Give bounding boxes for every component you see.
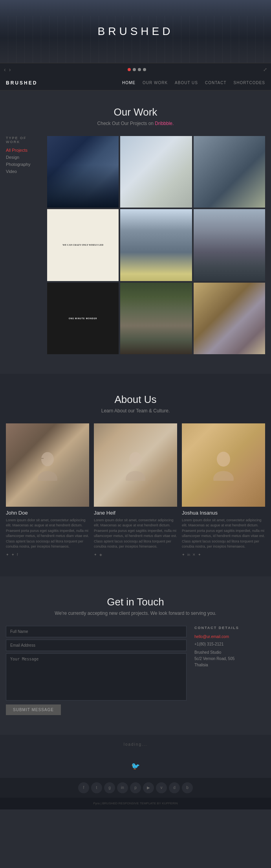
- work-content: TYPE OF WORK All Projects Design Photogr…: [0, 136, 271, 354]
- work-item-5[interactable]: [120, 209, 192, 281]
- about-subtitle: Learn About our Team & Culture.: [0, 408, 271, 414]
- joshua-name: Joshua Insanus: [182, 510, 265, 516]
- john-facebook-icon[interactable]: f: [17, 553, 18, 557]
- jane-bio: Lorem ipsum dolor sit amet, consectetur …: [94, 518, 177, 550]
- nav-about-us[interactable]: ABOUT US: [175, 81, 198, 85]
- john-social: ✦ ✦ f: [6, 553, 89, 557]
- jane-photo: [94, 423, 177, 507]
- team-grid: John Doe Lorem ipsum dolor sit amet, con…: [6, 423, 265, 557]
- contact-email[interactable]: hello@ur.email.com: [194, 634, 265, 639]
- john-pinterest-icon[interactable]: ✦: [11, 553, 15, 557]
- team-member-jane: Jane Heif Lorem ipsum dolor sit amet, co…: [94, 423, 177, 557]
- joshua-pinterest-icon[interactable]: ✦: [198, 553, 201, 557]
- message-input[interactable]: [6, 653, 187, 701]
- nav-home[interactable]: HOME: [122, 81, 136, 85]
- slider-arrows: ‹ ›: [4, 66, 11, 73]
- slider-dot-4[interactable]: [143, 68, 146, 71]
- footer-icon-gplus[interactable]: g: [104, 782, 115, 793]
- filter-design[interactable]: Design: [6, 155, 41, 160]
- svg-rect-2: [41, 458, 44, 459]
- jane-name: Jane Heif: [94, 510, 177, 516]
- contact-form: SUBMIT MESSAGE: [6, 626, 187, 715]
- slider-dot-1[interactable]: [128, 68, 131, 71]
- svg-point-5: [217, 452, 230, 467]
- slider-next[interactable]: ›: [9, 66, 11, 73]
- footer-icon-twitter[interactable]: t: [91, 782, 102, 793]
- contact-content: SUBMIT MESSAGE CONTACT DETAILS hello@ur.…: [0, 626, 271, 715]
- work-item-6[interactable]: [194, 209, 265, 281]
- footer-icon-pinterest[interactable]: p: [130, 782, 141, 793]
- joshua-social: ✦ in ✕ ✦: [182, 553, 265, 557]
- loading-bar: loading...: [0, 735, 271, 754]
- work-item-7[interactable]: [47, 283, 119, 354]
- team-member-john: John Doe Lorem ipsum dolor sit amet, con…: [6, 423, 89, 557]
- work-item-9[interactable]: [194, 283, 265, 354]
- submit-button[interactable]: SUBMIT MESSAGE: [6, 704, 61, 715]
- filter-photography[interactable]: Photography: [6, 162, 41, 167]
- work-section-header: Our Work Check Out Our Projects on Dribb…: [0, 106, 271, 126]
- work-grid: [47, 136, 265, 354]
- footer-icon-behance[interactable]: b: [182, 782, 193, 793]
- nav-links: HOME OUR WORK ABOUT US CONTACT SHORTCODE…: [122, 81, 265, 85]
- john-photo: [6, 423, 89, 507]
- work-item-3[interactable]: [194, 136, 265, 208]
- contact-title: Get in Touch: [0, 596, 271, 608]
- svg-point-6: [213, 471, 234, 481]
- nav-logo: BRUSHED: [6, 80, 37, 86]
- about-section: About Us Learn About our Team & Culture.…: [0, 374, 271, 576]
- joshua-cross-icon[interactable]: ✕: [192, 553, 196, 557]
- svg-point-4: [126, 471, 145, 481]
- footer-icon-youtube[interactable]: ▶: [143, 782, 154, 793]
- contact-details-title: CONTACT DETAILS: [194, 626, 265, 630]
- slider-dots: [128, 68, 146, 71]
- about-content: John Doe Lorem ipsum dolor sit amet, con…: [0, 423, 271, 557]
- filter-video[interactable]: Video: [6, 169, 41, 174]
- john-name: John Doe: [6, 510, 89, 516]
- email-input[interactable]: [6, 640, 187, 651]
- contact-section-header: Get in Touch We're currently accepting n…: [0, 596, 271, 616]
- twitter-icon[interactable]: 🐦: [131, 762, 140, 771]
- footer-icon-vimeo[interactable]: v: [156, 782, 167, 793]
- fullname-input[interactable]: [6, 626, 187, 637]
- contact-subtitle: We're currently accepting new client pro…: [0, 611, 271, 616]
- twitter-center: 🐦: [0, 754, 271, 778]
- john-bio: Lorem ipsum dolor sit amet, consectetur …: [6, 518, 89, 550]
- svg-point-1: [38, 471, 57, 481]
- loading-text: loading...: [124, 742, 148, 747]
- team-member-joshua: Joshua Insanus Lorem ipsum dolor sit ame…: [182, 423, 265, 557]
- slider-dot-3[interactable]: [138, 68, 141, 71]
- work-item-8[interactable]: [120, 283, 192, 354]
- footer-icon-linkedin[interactable]: in: [117, 782, 128, 793]
- about-title: About Us: [0, 394, 271, 406]
- nav-our-work[interactable]: OUR WORK: [143, 81, 168, 85]
- about-section-header: About Us Learn About our Team & Culture.: [0, 394, 271, 414]
- work-item-1[interactable]: [47, 136, 119, 208]
- svg-point-0: [41, 452, 54, 466]
- filter-all[interactable]: All Projects: [6, 148, 41, 153]
- hero-title: BRUSHED: [98, 25, 174, 38]
- slider-dot-2[interactable]: [133, 68, 136, 71]
- footer-icon-dribbble[interactable]: d: [169, 782, 180, 793]
- contact-address: Brushed Studio 5c/2 Vernon Road, 505 Tha…: [194, 649, 265, 668]
- address-line2: Thalisia: [194, 662, 265, 668]
- jane-twitter-icon[interactable]: ✦: [94, 553, 97, 557]
- contact-details: CONTACT DETAILS hello@ur.email.com +1(80…: [194, 626, 265, 715]
- slider-bar: ‹ › ⤢: [0, 63, 271, 75]
- work-item-4[interactable]: [47, 209, 119, 281]
- svg-point-3: [129, 452, 142, 466]
- work-item-2[interactable]: [120, 136, 192, 208]
- nav-shortcodes[interactable]: SHORTCODES: [234, 81, 265, 85]
- joshua-linkedin-icon[interactable]: in: [187, 553, 190, 557]
- john-twitter-icon[interactable]: ✦: [6, 553, 9, 557]
- jane-instagram-icon[interactable]: ◈: [99, 553, 102, 557]
- slider-prev[interactable]: ‹: [4, 66, 6, 73]
- dribbble-link[interactable]: Dribbble.: [155, 121, 174, 126]
- main-nav: BRUSHED HOME OUR WORK ABOUT US CONTACT S…: [0, 75, 271, 90]
- footer-icon-facebook[interactable]: f: [78, 782, 89, 793]
- contact-phone: +1(80) 315-2121: [194, 642, 265, 646]
- nav-contact[interactable]: CONTACT: [205, 81, 227, 85]
- joshua-twitter-icon[interactable]: ✦: [182, 553, 185, 557]
- slider-expand-icon[interactable]: ⤢: [263, 67, 267, 72]
- social-footer: f t g in p ▶ v d b: [0, 778, 271, 798]
- address-line1: 5c/2 Vernon Road, 505: [194, 656, 265, 662]
